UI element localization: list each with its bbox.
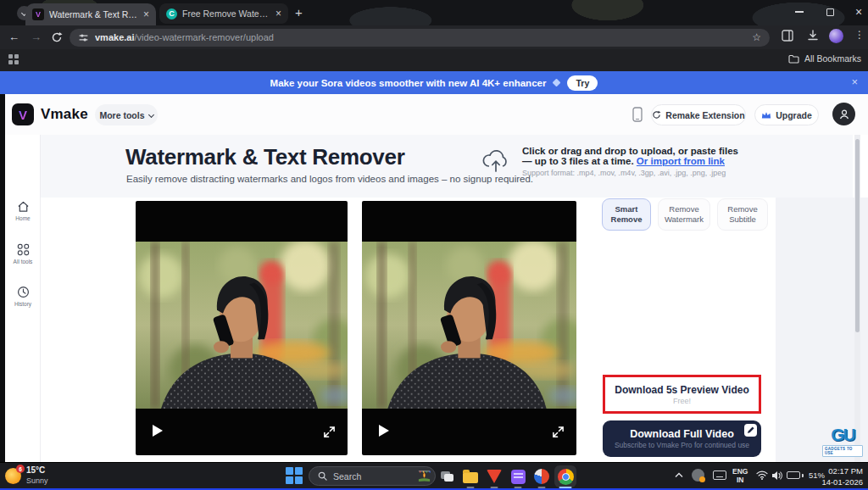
grid-icon: [17, 243, 30, 256]
account-avatar[interactable]: [832, 103, 855, 125]
upload-cloud-icon: [481, 149, 510, 173]
remake-extension-label: Remake Extension: [665, 110, 744, 120]
tray-date: 14-01-2026: [819, 477, 863, 488]
site-header: V Vmake More tools Remake Extension Upgr…: [0, 94, 868, 135]
bookmark-star-icon[interactable]: ☆: [752, 31, 761, 43]
site-favicon: C: [166, 8, 177, 19]
page-subtitle: Easily remove distracting watermarks and…: [126, 174, 533, 184]
remake-extension-button[interactable]: Remake Extension: [651, 104, 746, 125]
weather-temp: 15°C: [26, 465, 48, 475]
video-player-original[interactable]: [136, 201, 348, 455]
tab-smart-remove[interactable]: Smart Remove: [602, 198, 651, 231]
tab-close-icon[interactable]: ×: [275, 8, 281, 19]
start-button[interactable]: [286, 467, 303, 484]
sidebar-label: All tools: [14, 259, 33, 264]
taskbar-file-explorer[interactable]: [459, 465, 481, 487]
tab-remove-watermark[interactable]: Remove Watermark: [658, 198, 710, 231]
taskbar-weather-widget[interactable]: 6 15°C Sunny: [5, 465, 48, 485]
upgrade-button[interactable]: Upgrade: [754, 104, 819, 125]
tray-language-indicator[interactable]: ENG IN: [732, 467, 748, 490]
url-text: vmake.ai/video-watermark-remover/upload: [95, 32, 746, 42]
sidebar-label: History: [14, 301, 31, 307]
address-bar[interactable]: vmake.ai/video-watermark-remover/upload …: [70, 29, 770, 47]
language-line1: ENG: [732, 467, 748, 476]
tab-remove-subtitle[interactable]: Remove Subtitle: [717, 198, 768, 231]
window-minimize-button[interactable]: [785, 0, 814, 24]
upgrade-label: Upgrade: [776, 110, 812, 120]
all-bookmarks-button[interactable]: All Bookmarks: [788, 53, 861, 64]
banner-message: Make your Sora videos smoother with new …: [270, 78, 547, 88]
download-preview-label: Download 5s Preview Video: [615, 384, 749, 396]
vmake-logo[interactable]: V: [12, 103, 34, 125]
site-settings-icon[interactable]: [78, 32, 89, 43]
taskbar-photos-app[interactable]: [531, 465, 553, 487]
tray-volume-icon[interactable]: [771, 462, 782, 488]
weather-sun-icon: 6: [5, 468, 21, 484]
crown-icon: [761, 111, 771, 120]
play-icon[interactable]: [379, 425, 389, 437]
download-preview-button[interactable]: Download 5s Preview Video Free!: [603, 375, 761, 414]
vmake-favicon: V: [32, 8, 44, 20]
tab-watermark-remover[interactable]: V Watermark & Text Remover | V ×: [25, 3, 156, 25]
play-icon[interactable]: [153, 425, 163, 437]
forward-button[interactable]: →: [31, 31, 42, 43]
pro-pen-badge: [744, 424, 757, 437]
tray-app-icon[interactable]: [692, 462, 704, 488]
video-frame-image: [362, 242, 576, 409]
history-clock-icon: [17, 286, 30, 298]
back-button[interactable]: ←: [8, 31, 19, 43]
mobile-app-icon[interactable]: [632, 107, 643, 122]
video-frame-image: [136, 242, 348, 409]
brand-name[interactable]: Vmake: [41, 106, 88, 123]
import-from-link[interactable]: Or import from link: [637, 156, 725, 166]
tray-time: 02:17 PM: [819, 466, 863, 477]
reload-button[interactable]: [51, 31, 63, 43]
gadgets-to-use-watermark: GU GADGETS TO USE: [822, 426, 863, 459]
more-tools-dropdown[interactable]: More tools: [95, 104, 158, 125]
gu-caption: GADGETS TO USE: [822, 445, 863, 457]
tab-close-icon[interactable]: ×: [143, 9, 149, 19]
vmake-logo-letter: V: [19, 108, 27, 122]
apps-grid-icon[interactable]: [8, 54, 19, 65]
taskbar-chrome-active[interactable]: [554, 465, 576, 487]
window-close-button[interactable]: ×: [844, 0, 868, 24]
fullscreen-icon[interactable]: [552, 426, 565, 438]
new-tab-button[interactable]: +: [295, 6, 303, 19]
download-full-button[interactable]: Download Full Video Subscribe to Vmake P…: [603, 420, 761, 457]
upload-line1: Click or drag and drop to upload, or pas…: [522, 146, 802, 156]
scrollbar-thumb[interactable]: [855, 139, 860, 332]
banner-close-icon[interactable]: ×: [851, 75, 858, 88]
download-icon[interactable]: [807, 30, 819, 42]
more-tools-label: More tools: [99, 110, 144, 120]
folder-icon: [788, 54, 799, 64]
upload-dropzone[interactable]: Click or drag and drop to upload, or pas…: [522, 146, 802, 177]
taskbar-task-view[interactable]: [436, 465, 458, 487]
fullscreen-icon[interactable]: [323, 426, 336, 438]
person-icon: [838, 109, 850, 120]
taskbar-video-editor[interactable]: [507, 465, 529, 487]
page-scrollbar[interactable]: [854, 135, 860, 462]
side-panel-icon[interactable]: [782, 30, 793, 42]
tray-wifi-icon[interactable]: [756, 462, 768, 488]
taskbar-brave[interactable]: [483, 465, 505, 487]
sidebar-item-home[interactable]: Home: [5, 201, 41, 221]
browser-menu-icon[interactable]: ⋮: [854, 29, 865, 41]
video-player-processed[interactable]: [362, 201, 576, 455]
weather-condition: Sunny: [26, 476, 48, 485]
browser-profile-avatar[interactable]: [829, 29, 843, 43]
tray-show-hidden-icons[interactable]: [675, 462, 683, 488]
weather-badge: 6: [16, 465, 25, 473]
bookmarks-bar: [0, 49, 868, 71]
try-button[interactable]: Try: [567, 75, 598, 91]
tab-free-remove-watermark[interactable]: C Free Remove Watermark From ×: [159, 3, 288, 24]
tray-touch-keyboard-icon[interactable]: [713, 462, 726, 488]
tray-clock[interactable]: 02:17 PM 14-01-2026: [819, 466, 863, 488]
tab-title: Watermark & Text Remover | V: [49, 9, 138, 19]
url-domain: vmake.ai: [95, 32, 134, 42]
sidebar-item-history[interactable]: History: [5, 286, 41, 307]
sidebar-label: Home: [15, 215, 30, 221]
download-full-sub: Subscribe to Vmake Pro for continued use: [615, 441, 749, 449]
window-maximize-button[interactable]: [815, 0, 844, 24]
taskbar-search-box[interactable]: Search: [309, 466, 436, 486]
sidebar-item-all-tools[interactable]: All tools: [5, 243, 41, 264]
